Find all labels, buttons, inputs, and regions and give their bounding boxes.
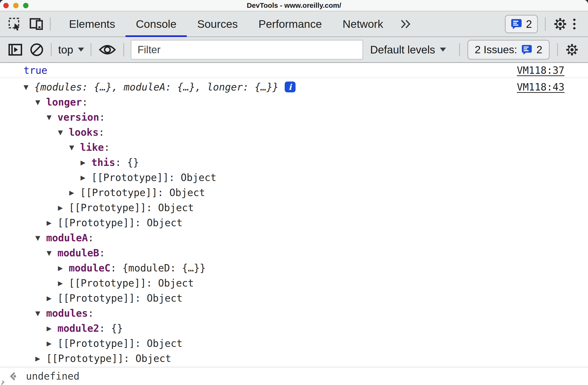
zoom-window-button[interactable]	[23, 3, 28, 8]
object-preview-row[interactable]: ▼ {modules: {…}, moduleA: {…}, longer: {…	[23, 79, 565, 94]
property-name: [[Prototype]]	[58, 338, 135, 349]
property-value: :	[99, 112, 105, 123]
close-window-button[interactable]	[3, 3, 9, 8]
minimize-window-button[interactable]	[13, 3, 19, 8]
toolbar-separator	[91, 43, 91, 56]
javascript-context-selector[interactable]: top	[58, 43, 84, 56]
more-tabs-button[interactable]	[397, 16, 414, 32]
tree-row[interactable]: ▶[[Prototype]]: Object	[23, 170, 565, 185]
tab-console[interactable]: Console	[126, 11, 187, 37]
source-link[interactable]: VM118:43	[517, 81, 565, 93]
property-value: : Object	[146, 202, 194, 213]
tab-elements[interactable]: Elements	[59, 11, 126, 37]
traffic-lights	[3, 3, 28, 8]
expand-triangle-icon[interactable]: ▶	[47, 294, 58, 302]
property-name: moduleB	[58, 247, 99, 259]
expand-triangle-icon[interactable]: ▶	[81, 174, 91, 181]
property-name: looks	[69, 127, 98, 138]
sidebar-panel-icon	[8, 44, 22, 56]
devtools-window: DevTools - www.oreilly.com/ Elements Con…	[0, 0, 588, 385]
property-name: [[Prototype]]	[69, 202, 146, 213]
issues-count: 2	[526, 18, 532, 30]
property-name: moduleC	[69, 262, 110, 274]
console-output: true VM118:37 ▼ {modules: {…}, moduleA: …	[0, 63, 588, 385]
titlebar: DevTools - www.oreilly.com/	[0, 0, 588, 11]
property-value: :	[98, 127, 104, 138]
property-name: [[Prototype]]	[80, 187, 158, 198]
tree-row[interactable]: ▶[[Prototype]]: Object	[23, 291, 565, 306]
tab-performance[interactable]: Performance	[248, 11, 332, 37]
toolbar-separator	[51, 43, 52, 56]
tree-row[interactable]: ▶[[Prototype]]: Object	[23, 185, 565, 200]
issues-count-button[interactable]: 2	[505, 15, 538, 33]
property-name: moduleA	[46, 232, 88, 244]
tab-network[interactable]: Network	[332, 11, 394, 37]
expand-triangle-icon[interactable]: ▶	[69, 189, 80, 196]
gear-icon	[553, 17, 567, 31]
tree-row[interactable]: ▶[[Prototype]]: Object	[23, 275, 565, 291]
inspect-icon	[8, 18, 21, 31]
window-title: DevTools - www.oreilly.com/	[247, 1, 341, 9]
expand-triangle-icon[interactable]: ▶	[58, 279, 69, 287]
property-value: : Object	[124, 353, 171, 364]
collapse-triangle-icon[interactable]: ▼	[35, 310, 46, 317]
settings-gear-button[interactable]	[553, 17, 568, 32]
tree-row[interactable]: ▶[[Prototype]]: Object	[23, 200, 565, 215]
collapse-triangle-icon[interactable]: ▼	[35, 234, 46, 242]
expand-triangle-icon[interactable]: ▶	[47, 340, 58, 347]
collapse-triangle-icon[interactable]: ▼	[69, 144, 80, 151]
main-toolbar-right: 2	[505, 15, 581, 33]
filter-input[interactable]	[131, 40, 363, 60]
issues-chat-icon	[511, 19, 522, 29]
tree-row[interactable]: ▼longer:	[23, 94, 565, 110]
tree-row[interactable]: ▶[[Prototype]]: Object	[23, 215, 565, 230]
tree-row[interactable]: ▼moduleB:	[23, 245, 565, 260]
expand-triangle-icon[interactable]: ▶	[47, 219, 58, 226]
tab-sources[interactable]: Sources	[187, 11, 248, 37]
tree-row[interactable]: ▼looks:	[23, 125, 565, 140]
tree-row[interactable]: ▼like:	[23, 140, 565, 155]
tree-row[interactable]: ▶[[Prototype]]: Object	[23, 351, 565, 366]
info-badge-icon[interactable]: i	[285, 82, 295, 92]
tree-row[interactable]: ▶module2: {}	[23, 321, 565, 336]
device-toolbar-icon	[29, 18, 43, 30]
toggle-device-toolbar-button[interactable]	[29, 16, 44, 32]
collapse-triangle-icon[interactable]: ▼	[58, 129, 69, 136]
issues-chat-icon	[521, 45, 532, 55]
property-name: [[Prototype]]	[46, 353, 124, 364]
tree-row[interactable]: ▼moduleA:	[23, 230, 565, 245]
collapse-triangle-icon[interactable]: ▼	[47, 249, 58, 257]
double-chevron-icon	[400, 19, 411, 29]
collapse-triangle-icon[interactable]: ▼	[35, 98, 46, 106]
expand-triangle-icon[interactable]: ▶	[35, 355, 46, 362]
undefined-result: undefined	[26, 370, 80, 382]
console-sidebar-toggle-button[interactable]	[8, 42, 23, 58]
property-name: version	[58, 112, 99, 123]
log-levels-selector[interactable]: Default levels	[370, 43, 446, 56]
clear-console-button[interactable]	[29, 42, 44, 57]
tree-row[interactable]: ▼modules:	[23, 306, 565, 321]
prompt-chevron-cutoff-icon	[0, 381, 7, 385]
create-live-expression-button[interactable]	[98, 42, 117, 57]
tree-row[interactable]: ▶moduleC: {moduleD: {…}}	[23, 260, 565, 275]
console-settings-gear-button[interactable]	[565, 42, 580, 57]
source-link[interactable]: VM118:37	[517, 65, 565, 76]
tree-row[interactable]: ▼version:	[23, 110, 565, 125]
inspect-element-button[interactable]	[7, 16, 23, 32]
collapse-triangle-icon[interactable]: ▼	[23, 83, 34, 91]
expand-triangle-icon[interactable]: ▶	[58, 264, 69, 272]
expand-triangle-icon[interactable]: ▶	[47, 325, 58, 332]
tree-row[interactable]: ▶this: {}	[23, 155, 565, 170]
more-options-button[interactable]	[568, 17, 581, 32]
expand-triangle-icon[interactable]: ▶	[58, 204, 69, 211]
console-message-true: true VM118:37	[0, 63, 588, 77]
property-name: [[Prototype]]	[58, 293, 135, 304]
toolbar-separator	[459, 43, 460, 56]
property-name: longer	[46, 96, 82, 108]
console-toolbar: top Default levels 2 Issues: 2	[0, 37, 588, 63]
issues-button[interactable]: 2 Issues: 2	[467, 40, 550, 60]
property-name: this	[91, 157, 115, 168]
collapse-triangle-icon[interactable]: ▼	[47, 113, 58, 121]
expand-triangle-icon[interactable]: ▶	[81, 159, 91, 166]
tree-row[interactable]: ▶[[Prototype]]: Object	[23, 336, 565, 351]
